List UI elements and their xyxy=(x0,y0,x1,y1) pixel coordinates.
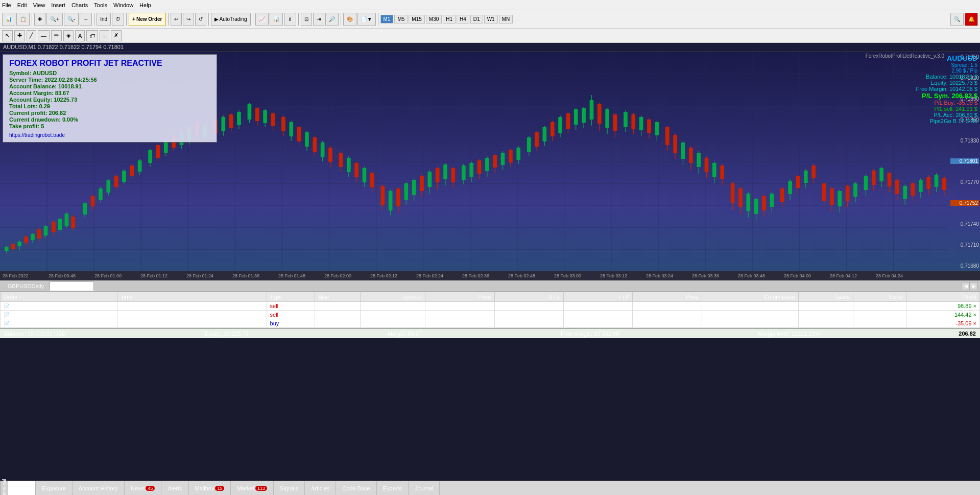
crosshair-tool[interactable]: ✚ xyxy=(14,30,25,41)
cell-symbol: audusd xyxy=(360,311,425,319)
color-button[interactable]: 🎨 xyxy=(343,13,356,26)
col-order[interactable]: Order ↑ xyxy=(1,292,117,302)
menu-edit[interactable]: Edit xyxy=(17,2,27,8)
col-profit[interactable]: Profit xyxy=(906,292,979,302)
table-row[interactable]: 📄 1661518516 2022.02.28 03:17:42 buy 0.2… xyxy=(1,319,980,328)
tab-signals[interactable]: Signals xyxy=(274,481,305,496)
tab-account-history[interactable]: Account History xyxy=(73,481,125,496)
tab-news[interactable]: News 45 xyxy=(125,481,162,496)
col-commission[interactable]: Commission xyxy=(702,292,798,302)
tab-trade[interactable]: Trade xyxy=(8,481,36,496)
col-price-open[interactable]: Price xyxy=(425,292,494,302)
indicators-button[interactable]: Ind xyxy=(97,13,111,26)
cell-sl: 0.00000 xyxy=(494,311,563,319)
tf-m30[interactable]: M30 xyxy=(426,15,442,23)
svg-rect-129 xyxy=(404,183,408,200)
arrow-tool[interactable]: ↖ xyxy=(2,30,13,41)
bar-chart-button[interactable]: 📊 xyxy=(270,13,283,26)
svg-rect-249 xyxy=(895,180,899,194)
periodicity-button[interactable]: ⏱ xyxy=(112,13,124,26)
text-tool[interactable]: A xyxy=(75,30,85,41)
tf-mn[interactable]: MN xyxy=(499,15,513,23)
time-9: 28 Feb 02:24 xyxy=(416,273,462,278)
pencil-tool[interactable]: ✏ xyxy=(51,30,62,41)
tf-h4[interactable]: H4 xyxy=(457,15,469,23)
line-chart-button[interactable]: 📈 xyxy=(255,13,269,26)
menu-window[interactable]: Window xyxy=(113,2,133,8)
cell-open-price: 0.71922 xyxy=(425,319,494,328)
autotrading-button[interactable]: ▶ AutoTrading xyxy=(211,13,251,26)
menu-view[interactable]: View xyxy=(33,2,45,8)
search-button[interactable]: 🔍 xyxy=(950,13,964,26)
alert-button[interactable]: 🔔 xyxy=(965,13,978,26)
tab-exposure[interactable]: Exposure xyxy=(36,481,72,496)
chart-area[interactable]: ForexRobotProfitJetReactive_v.3.0 xyxy=(0,52,980,271)
col-type[interactable]: Type xyxy=(267,292,315,302)
toolbar-sep-9 xyxy=(378,13,378,26)
terminal-label[interactable]: Terminal xyxy=(0,481,8,496)
template-button[interactable]: 📄▼ xyxy=(357,13,376,26)
website-link[interactable]: https://tradingrobot.trade xyxy=(9,132,210,138)
label-tool[interactable]: 🏷 xyxy=(86,30,98,41)
hline-tool[interactable]: — xyxy=(38,30,50,41)
tab-experts[interactable]: Experts xyxy=(377,481,409,496)
tab-code-base[interactable]: Code Base xyxy=(336,481,376,496)
new-order-button[interactable]: + New Order xyxy=(129,13,165,26)
new-chart-button[interactable]: 📊 xyxy=(2,13,15,26)
refresh-button[interactable]: ↺ xyxy=(195,13,206,26)
chart-tab-gbpusd[interactable]: GBPUSDDaily xyxy=(2,281,50,291)
tab-mailbox[interactable]: Mailbox 15 xyxy=(189,481,231,496)
zoom-minus-button[interactable]: 🔎 xyxy=(325,13,339,26)
svg-rect-205 xyxy=(712,163,716,177)
tab-articles[interactable]: Articles xyxy=(305,481,336,496)
svg-rect-213 xyxy=(746,194,750,211)
zoom-in-button[interactable]: 🔍+ xyxy=(46,13,63,26)
tf-m5[interactable]: M5 xyxy=(394,15,408,23)
menu-help[interactable]: Help xyxy=(139,2,151,8)
table-row[interactable]: 📄 1661485932 2022.02.25 21:59:48 sell 0.… xyxy=(1,311,980,319)
tf-m1[interactable]: M1 xyxy=(380,15,394,23)
time-10: 28 Feb 02:36 xyxy=(462,273,508,278)
col-price-current[interactable]: Price xyxy=(633,292,702,302)
forward-button[interactable]: ↪ xyxy=(183,13,194,26)
scroll-left-arrow[interactable]: ◀ xyxy=(962,282,970,290)
menu-charts[interactable]: Charts xyxy=(71,2,88,8)
tf-m15[interactable]: M15 xyxy=(409,15,424,23)
col-sl[interactable]: S / L xyxy=(494,292,563,302)
menu-file[interactable]: File xyxy=(2,2,11,8)
col-taxes[interactable]: Taxes xyxy=(798,292,853,302)
cell-current-price: 0.71816 xyxy=(633,302,702,311)
col-time[interactable]: Time xyxy=(117,292,267,302)
col-swap[interactable]: Swap xyxy=(853,292,906,302)
profiles-button[interactable]: 📋 xyxy=(16,13,30,26)
tab-journal[interactable]: Journal xyxy=(409,481,440,496)
history-button[interactable]: ↩ xyxy=(171,13,182,26)
col-tp[interactable]: T / P xyxy=(563,292,632,302)
zoom-scroll-button[interactable]: ⇥ xyxy=(313,13,324,26)
zoom-fit-button[interactable]: ⊡ xyxy=(301,13,312,26)
scroll-right-arrow[interactable]: ▶ xyxy=(970,282,978,290)
pl-acc: P/L Acc. 206.82 $ xyxy=(916,112,977,118)
candle-button[interactable]: 🕯 xyxy=(284,13,296,26)
scrollbars-button[interactable]: ↔ xyxy=(80,13,92,26)
summary-margin: Margin: 83.67 xyxy=(388,331,422,337)
tab-alerts[interactable]: Alerts xyxy=(161,481,188,496)
chart-tab-audusd[interactable]: AUDUSD,M1 xyxy=(50,281,94,291)
tf-d1[interactable]: D1 xyxy=(470,15,483,23)
tab-market[interactable]: Market 113 xyxy=(231,481,274,496)
new-order-icon: + xyxy=(132,16,135,22)
table-row[interactable]: 📄 1661483002 2022.02.25 21:00:12 sell 0.… xyxy=(1,302,980,311)
menu-tools[interactable]: Tools xyxy=(94,2,107,8)
svg-rect-135 xyxy=(427,172,432,187)
zoom-out-button[interactable]: 🔍- xyxy=(64,13,79,26)
shapes-tool[interactable]: ◈ xyxy=(63,30,74,41)
tf-w1[interactable]: W1 xyxy=(484,15,498,23)
tf-h1[interactable]: H1 xyxy=(443,15,456,23)
col-symbol[interactable]: Symbol xyxy=(360,292,425,302)
fib-tool[interactable]: ≡ xyxy=(100,30,109,41)
col-size[interactable]: Size xyxy=(315,292,360,302)
menu-insert[interactable]: Insert xyxy=(51,2,65,8)
line-tool[interactable]: ╱ xyxy=(27,30,36,41)
crosshair-button[interactable]: ✚ xyxy=(34,13,45,26)
delete-tool[interactable]: ✗ xyxy=(111,30,122,41)
